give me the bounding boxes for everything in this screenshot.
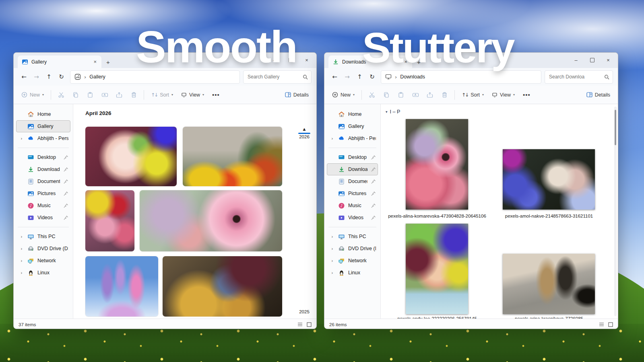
paste-button[interactable] bbox=[83, 88, 97, 101]
maximize-button[interactable] bbox=[584, 54, 600, 66]
sidebar-item-desktop[interactable]: Desktop bbox=[16, 151, 70, 163]
expander-icon[interactable]: › bbox=[19, 258, 24, 263]
minimize-button[interactable]: – bbox=[568, 54, 584, 66]
details-button[interactable]: Details bbox=[583, 88, 614, 101]
sidebar-item-this-pc[interactable]: › This PC bbox=[16, 230, 70, 243]
expander-icon[interactable]: › bbox=[330, 136, 335, 141]
file-name[interactable]: pexels-alina-komarevska-473904828-206451… bbox=[384, 214, 490, 218]
sidebar-item-home[interactable]: Home bbox=[327, 108, 378, 120]
scrollbar-thumb[interactable] bbox=[615, 110, 616, 145]
forward-button[interactable]: → bbox=[31, 72, 42, 82]
sidebar-item-dvd-drive[interactable]: › DVD Drive (D:) CCC bbox=[16, 243, 70, 255]
sidebar-item-downloads[interactable]: Downloads bbox=[16, 163, 70, 175]
expander-icon[interactable]: › bbox=[330, 246, 335, 251]
sidebar-item-music[interactable]: ♪ Music bbox=[16, 200, 70, 212]
file-thumbnail[interactable] bbox=[406, 224, 468, 314]
view-button[interactable]: View ▾ bbox=[178, 88, 208, 101]
sidebar-item-onedrive[interactable]: › Abhijith - Personal bbox=[327, 132, 378, 144]
timeline-scrubber[interactable]: ▲ 2026 bbox=[297, 128, 311, 139]
timeline-year-current[interactable]: 2026 bbox=[297, 134, 311, 139]
cut-button[interactable] bbox=[54, 88, 68, 101]
new-tab-button[interactable]: + bbox=[106, 59, 110, 66]
share-button[interactable] bbox=[423, 88, 437, 101]
timeline-year-previous[interactable]: 2025 bbox=[297, 309, 311, 314]
large-thumbnails-view-icon[interactable] bbox=[608, 322, 613, 327]
search-input[interactable] bbox=[548, 74, 603, 80]
rename-button[interactable] bbox=[409, 88, 422, 101]
up-button[interactable]: ↑ bbox=[43, 72, 54, 82]
back-button[interactable]: ← bbox=[19, 72, 29, 82]
vertical-scrollbar[interactable] bbox=[614, 107, 617, 316]
breadcrumb[interactable]: › Downloads bbox=[381, 70, 541, 84]
sidebar-item-network[interactable]: › Network bbox=[327, 255, 378, 267]
expander-icon[interactable]: › bbox=[19, 136, 24, 141]
sidebar-item-downloads[interactable]: Downloads bbox=[327, 163, 378, 175]
refresh-button[interactable]: ↻ bbox=[56, 72, 67, 82]
search-box[interactable] bbox=[545, 70, 613, 84]
sort-button[interactable]: ↑↓ Sort ▾ bbox=[147, 88, 177, 101]
file-thumbnail[interactable] bbox=[503, 149, 595, 210]
file-name[interactable]: pexels-amol-nakve-2148578663-31621101 bbox=[496, 214, 602, 218]
expander-icon[interactable]: › bbox=[19, 246, 24, 251]
gallery-photo-dark-daisies[interactable] bbox=[163, 256, 282, 317]
expander-icon[interactable]: › bbox=[330, 258, 335, 263]
delete-button[interactable] bbox=[127, 88, 140, 101]
details-view-icon[interactable] bbox=[599, 322, 604, 327]
forward-button[interactable]: → bbox=[342, 72, 353, 82]
expander-icon[interactable]: › bbox=[330, 234, 335, 239]
sidebar-item-network[interactable]: › Network bbox=[16, 255, 70, 267]
gallery-photo-lavender-sky[interactable] bbox=[85, 256, 158, 317]
refresh-button[interactable]: ↻ bbox=[367, 72, 378, 82]
file-thumbnail[interactable] bbox=[406, 119, 468, 210]
sidebar-item-pictures[interactable]: Pictures bbox=[327, 187, 378, 200]
close-button[interactable]: × bbox=[299, 54, 315, 66]
gallery-photo-tulips[interactable] bbox=[183, 127, 282, 186]
sidebar-item-home[interactable]: Home bbox=[16, 108, 70, 120]
sidebar-item-gallery[interactable]: Gallery bbox=[327, 120, 378, 132]
group-header[interactable]: ▾ I – P bbox=[386, 109, 400, 115]
sort-button[interactable]: ↑↓ Sort ▾ bbox=[458, 88, 487, 101]
rename-button[interactable] bbox=[98, 88, 111, 101]
sidebar-item-gallery[interactable]: Gallery bbox=[16, 120, 70, 132]
cut-button[interactable] bbox=[365, 88, 379, 101]
tab-gallery[interactable]: Gallery × bbox=[18, 56, 101, 68]
file-name[interactable]: pexels-andy-lee-222220206-25679145 bbox=[384, 316, 490, 319]
expander-icon[interactable]: › bbox=[19, 234, 24, 239]
sidebar-item-documents[interactable]: Documents bbox=[16, 175, 70, 187]
gallery-photo-orchid-bouquet[interactable] bbox=[85, 127, 177, 186]
more-options-button[interactable]: ••• bbox=[519, 88, 534, 101]
paste-button[interactable] bbox=[394, 88, 408, 101]
group-collapse-icon[interactable]: ▾ bbox=[386, 110, 388, 114]
share-button[interactable] bbox=[112, 88, 126, 101]
new-button[interactable]: New ▾ bbox=[328, 88, 358, 101]
more-options-button[interactable]: ••• bbox=[208, 88, 223, 101]
timeline-up-icon[interactable]: ▲ bbox=[297, 128, 311, 131]
file-thumbnail[interactable] bbox=[503, 254, 595, 314]
search-input[interactable] bbox=[247, 74, 301, 80]
gallery-photo-mixed-flowers[interactable] bbox=[85, 190, 134, 251]
sidebar-item-this-pc[interactable]: › This PC bbox=[327, 230, 378, 243]
copy-button[interactable] bbox=[380, 88, 393, 101]
up-button[interactable]: ↑ bbox=[354, 72, 365, 82]
sidebar-item-desktop[interactable]: Desktop bbox=[327, 151, 378, 163]
sidebar-item-dvd-drive[interactable]: › DVD Drive (D:) CCC bbox=[327, 243, 378, 255]
tab-close-icon[interactable]: × bbox=[92, 59, 98, 65]
sidebar-item-onedrive[interactable]: › Abhijith - Personal bbox=[16, 132, 70, 144]
view-button[interactable]: View ▾ bbox=[488, 88, 518, 101]
gallery-photo-pink-gerbera[interactable] bbox=[140, 190, 282, 251]
delete-button[interactable] bbox=[438, 88, 451, 101]
details-button[interactable]: Details bbox=[281, 88, 312, 101]
details-view-icon[interactable] bbox=[297, 322, 303, 327]
sidebar-item-linux[interactable]: › Linux bbox=[16, 267, 70, 279]
large-thumbnails-view-icon[interactable] bbox=[307, 322, 312, 327]
sidebar-item-videos[interactable]: Videos bbox=[327, 212, 378, 224]
back-button[interactable]: ← bbox=[329, 72, 340, 82]
sidebar-item-videos[interactable]: Videos bbox=[16, 212, 70, 224]
expander-icon[interactable]: › bbox=[19, 270, 24, 276]
expander-icon[interactable]: › bbox=[330, 270, 335, 276]
file-name[interactable]: pexels-arina-krasnikova-7726085 bbox=[496, 316, 602, 319]
sidebar-item-pictures[interactable]: Pictures bbox=[16, 187, 70, 200]
close-button[interactable]: × bbox=[600, 54, 616, 66]
copy-button[interactable] bbox=[69, 88, 83, 101]
sidebar-item-music[interactable]: ♪ Music bbox=[327, 200, 378, 212]
